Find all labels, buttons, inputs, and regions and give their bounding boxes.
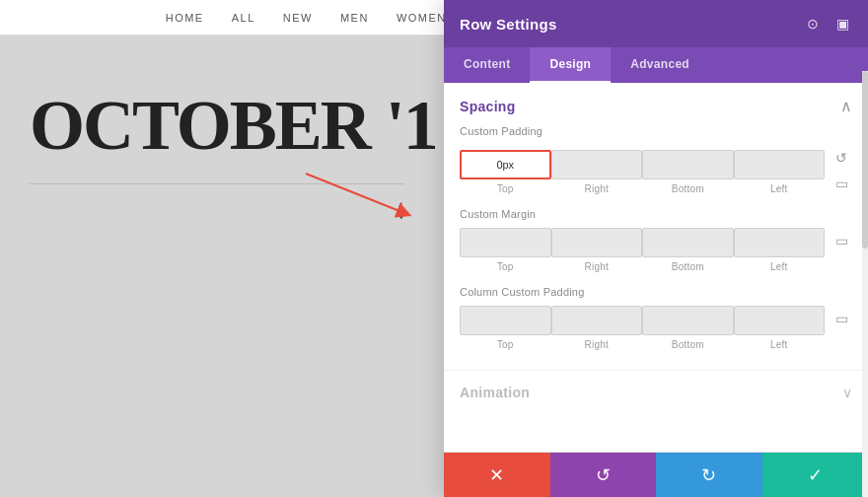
padding-right-col: Right <box>551 150 643 194</box>
margin-top-col: Top <box>460 228 551 272</box>
margin-left-label: Left <box>770 261 787 272</box>
spacing-toggle-icon[interactable]: ∧ <box>840 97 852 115</box>
padding-left-label: Left <box>770 183 787 194</box>
animation-section-header[interactable]: Animation ∨ <box>444 371 868 414</box>
nav-new[interactable]: NEW <box>283 12 313 24</box>
nav-all[interactable]: ALL <box>232 12 255 24</box>
animation-section: Animation ∨ <box>444 370 868 414</box>
col-padding-bottom-input[interactable] <box>642 306 734 335</box>
nav-home[interactable]: HOME <box>166 12 204 24</box>
padding-top-col: Top <box>460 150 551 194</box>
spacing-section-header[interactable]: Spacing ∧ <box>444 83 868 125</box>
margin-top-input[interactable] <box>460 228 551 257</box>
custom-padding-group: Custom Padding Top Right Bottom <box>460 125 852 194</box>
panel-header: Row Settings ⊙ ▣ <box>444 0 868 47</box>
padding-bottom-input[interactable] <box>642 150 734 179</box>
panel-tabs: Content Design Advanced <box>444 47 868 83</box>
col-padding-top-col: Top <box>460 306 551 350</box>
margin-row-icons: ▭ <box>831 230 852 251</box>
nav-men[interactable]: MEN <box>340 12 369 24</box>
padding-link-icon[interactable]: ▭ <box>831 173 852 194</box>
panel-settings-icon[interactable]: ⊙ <box>803 14 823 34</box>
margin-bottom-label: Bottom <box>672 261 704 272</box>
col-padding-right-col: Right <box>551 306 643 350</box>
spacing-title: Spacing <box>460 99 516 114</box>
confirm-button[interactable]: ✓ <box>762 453 869 497</box>
padding-left-col: Left <box>734 150 826 194</box>
col-padding-left-col: Left <box>734 306 826 350</box>
panel-footer: ✕ ↺ ↻ ✓ <box>444 452 868 497</box>
padding-right-label: Right <box>585 183 609 194</box>
margin-left-input[interactable] <box>734 228 826 257</box>
tab-design[interactable]: Design <box>530 47 611 83</box>
animation-chevron-icon[interactable]: ∨ <box>842 385 852 400</box>
svg-line-0 <box>306 174 404 213</box>
column-padding-label: Column Custom Padding <box>460 286 852 298</box>
panel-title: Row Settings <box>460 16 557 33</box>
panel-scrollbar-thumb[interactable] <box>862 71 868 248</box>
margin-top-label: Top <box>497 261 514 272</box>
padding-bottom-col: Bottom <box>642 150 734 194</box>
col-padding-link-icon[interactable]: ▭ <box>831 308 852 329</box>
col-padding-left-label: Left <box>770 339 787 350</box>
indicator-arrow <box>296 164 424 223</box>
custom-margin-row: Top Right Bottom Left <box>460 228 852 272</box>
margin-bottom-col: Bottom <box>642 228 734 272</box>
undo-button[interactable]: ↺ <box>550 453 657 497</box>
padding-top-label: Top <box>497 183 514 194</box>
panel-layout-icon[interactable]: ▣ <box>832 14 852 34</box>
padding-row-icons: ↺ ▭ <box>831 147 852 194</box>
padding-left-input[interactable] <box>734 150 826 179</box>
col-padding-bottom-label: Bottom <box>672 339 704 350</box>
padding-reset-icon[interactable]: ↺ <box>831 147 852 169</box>
custom-margin-label: Custom Margin <box>460 208 852 220</box>
spacing-section: Spacing ∧ Custom Padding Top Right <box>444 83 868 370</box>
tab-content[interactable]: Content <box>444 47 530 83</box>
spacing-section-content: Custom Padding Top Right Bottom <box>444 125 868 370</box>
col-padding-bottom-col: Bottom <box>642 306 734 350</box>
padding-bottom-label: Bottom <box>672 183 704 194</box>
tab-advanced[interactable]: Advanced <box>611 47 709 83</box>
col-padding-right-input[interactable] <box>551 306 643 335</box>
margin-right-col: Right <box>551 228 643 272</box>
margin-bottom-input[interactable] <box>642 228 734 257</box>
col-padding-right-label: Right <box>585 339 609 350</box>
margin-right-input[interactable] <box>551 228 643 257</box>
padding-top-input[interactable] <box>460 150 551 179</box>
column-padding-row: Top Right Bottom Left <box>460 306 852 350</box>
panel-body: Spacing ∧ Custom Padding Top Right <box>444 83 868 452</box>
custom-padding-row: Top Right Bottom Left <box>460 145 852 194</box>
page-title: OCTOBER '1 <box>30 85 437 167</box>
row-settings-panel: Row Settings ⊙ ▣ Content Design Advanced… <box>444 0 868 497</box>
redo-button[interactable]: ↻ <box>656 453 762 497</box>
margin-left-col: Left <box>734 228 826 272</box>
col-padding-top-input[interactable] <box>460 306 551 335</box>
nav-women[interactable]: WOMEN <box>397 12 447 24</box>
margin-link-icon[interactable]: ▭ <box>831 230 852 251</box>
padding-right-input[interactable] <box>551 150 643 179</box>
col-padding-row-icons: ▭ <box>831 308 852 329</box>
cancel-button[interactable]: ✕ <box>444 453 550 497</box>
animation-title: Animation <box>460 385 530 400</box>
col-padding-left-input[interactable] <box>734 306 826 335</box>
column-custom-padding-group: Column Custom Padding Top Right Botto <box>460 286 852 350</box>
panel-scrollbar[interactable] <box>862 71 868 497</box>
custom-padding-label: Custom Padding <box>460 125 852 137</box>
margin-right-label: Right <box>585 261 609 272</box>
panel-header-icons: ⊙ ▣ <box>803 14 852 34</box>
col-padding-top-label: Top <box>497 339 514 350</box>
custom-margin-group: Custom Margin Top Right Bottom <box>460 208 852 272</box>
